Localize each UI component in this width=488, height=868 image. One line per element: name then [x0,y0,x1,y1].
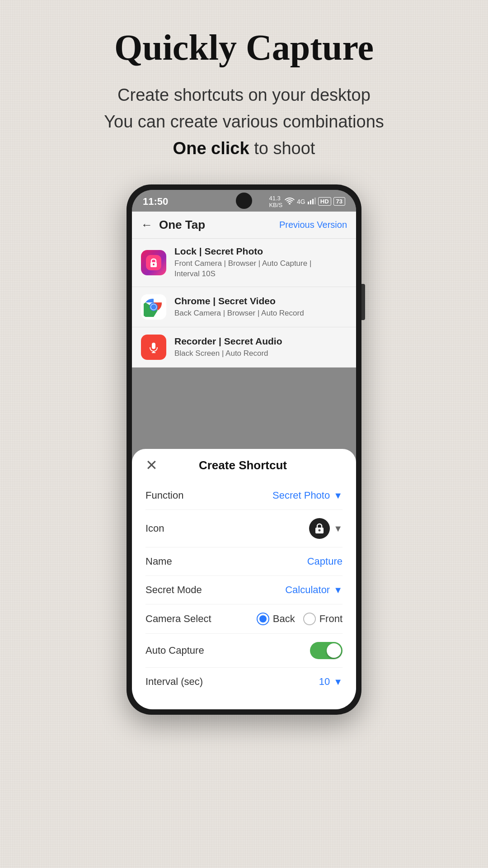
chrome-app-icon [141,294,166,320]
function-value[interactable]: Secret Photo ▼ [272,490,343,501]
radio-back-circle [257,613,269,625]
function-row[interactable]: Function Secret Photo ▼ [145,481,343,510]
signal-bars-icon [308,197,316,206]
page-subtitle: Create shortcuts on your desktop You can… [104,82,384,162]
list-item-text: Chrome | Secret Video Back Camera | Brow… [174,296,347,319]
secret-mode-row[interactable]: Secret Mode Calculator ▼ [145,576,343,604]
list-item[interactable]: Chrome | Secret Video Back Camera | Brow… [132,287,356,327]
sheet-header: ✕ Create Shortcut [145,458,343,472]
status-bar: 11:50 41.3KB/S 4G [132,190,356,212]
app-gray-area: ← One Tap Previous Version [132,212,356,449]
create-shortcut-sheet: ✕ Create Shortcut Function Secret Photo … [132,449,356,709]
interval-label: Interval (sec) [145,676,203,688]
nav-previous-version[interactable]: Previous Version [279,220,347,230]
list-item-title: Chrome | Secret Video [174,296,347,307]
auto-capture-row[interactable]: Auto Capture [145,634,343,668]
mic-app-icon [141,335,166,360]
svg-point-18 [319,529,321,532]
svg-rect-1 [308,202,309,204]
radio-back-label: Back [273,613,295,625]
data-speed-icon: 41.3KB/S [269,195,282,208]
name-value[interactable]: Capture [307,556,343,567]
function-dropdown-arrow: ▼ [333,491,343,501]
svg-point-12 [151,304,156,310]
shortcuts-list: Lock | Secret Photo Front Camera | Brows… [132,239,356,368]
secret-mode-arrow: ▼ [333,585,343,595]
sheet-title: Create Shortcut [158,458,328,472]
icon-row[interactable]: Icon ▼ [145,510,343,547]
lock-app-icon [141,250,166,275]
nav-bar: ← One Tap Previous Version [132,212,356,239]
list-item-text: Recorder | Secret Audio Black Screen | A… [174,336,347,359]
svg-point-7 [153,264,155,265]
radio-front-label: Front [319,613,343,625]
function-selected: Secret Photo [272,490,330,501]
list-item-text: Lock | Secret Photo Front Camera | Brows… [174,246,347,280]
auto-capture-toggle[interactable] [310,642,343,659]
secret-mode-value[interactable]: Calculator ▼ [285,584,343,596]
secret-mode-selected: Calculator [285,584,330,596]
svg-rect-14 [152,343,155,349]
list-item[interactable]: Lock | Secret Photo Front Camera | Brows… [132,239,356,288]
icon-value[interactable]: ▼ [309,518,343,539]
radio-front[interactable]: Front [303,613,343,625]
interval-value[interactable]: 10 ▼ [319,676,343,688]
status-time: 11:50 [143,196,168,208]
list-item-subtitle: Front Camera | Browser | Auto Capture |I… [174,258,347,280]
interval-arrow: ▼ [333,677,343,687]
sheet-close-button[interactable]: ✕ [145,458,158,472]
list-item[interactable]: Recorder | Secret Audio Black Screen | A… [132,327,356,368]
radio-back[interactable]: Back [257,613,295,625]
list-item-title: Recorder | Secret Audio [174,336,347,347]
svg-point-0 [289,203,291,204]
radio-back-dot [259,615,267,623]
status-icons: 41.3KB/S 4G [269,195,345,208]
svg-rect-2 [310,200,311,204]
interval-row[interactable]: Interval (sec) 10 ▼ [145,668,343,696]
camera-notch [236,193,252,209]
phone-mockup: 11:50 41.3KB/S 4G [127,184,361,715]
name-row[interactable]: Name Capture [145,547,343,576]
hd-badge: HD [318,197,331,206]
nav-title: One Tap [159,218,279,232]
auto-capture-label: Auto Capture [145,645,204,656]
battery-icon: 73 [333,197,345,206]
secret-mode-label: Secret Mode [145,584,202,596]
list-item-subtitle: Black Screen | Auto Record [174,348,347,359]
icon-dropdown-arrow: ▼ [333,524,343,534]
function-label: Function [145,490,183,501]
name-text: Capture [307,556,343,567]
camera-radio-group: Back Front [257,613,343,625]
gray-spacer [132,368,356,449]
name-label: Name [145,556,172,567]
nav-back-button[interactable]: ← [141,218,153,232]
icon-label: Icon [145,523,164,534]
wifi-icon [285,197,295,206]
list-item-title: Lock | Secret Photo [174,246,347,257]
signal-icon: 4G [297,198,305,205]
list-item-subtitle: Back Camera | Browser | Auto Record [174,308,347,319]
camera-select-row[interactable]: Camera Select Back Front [145,604,343,634]
camera-select-label: Camera Select [145,613,211,625]
icon-preview [309,518,330,539]
svg-rect-3 [312,199,314,204]
interval-number: 10 [319,676,330,688]
page-title: Quickly Capture [114,27,374,68]
toggle-knob [327,643,341,658]
radio-front-circle [303,613,316,625]
svg-rect-4 [314,198,316,204]
